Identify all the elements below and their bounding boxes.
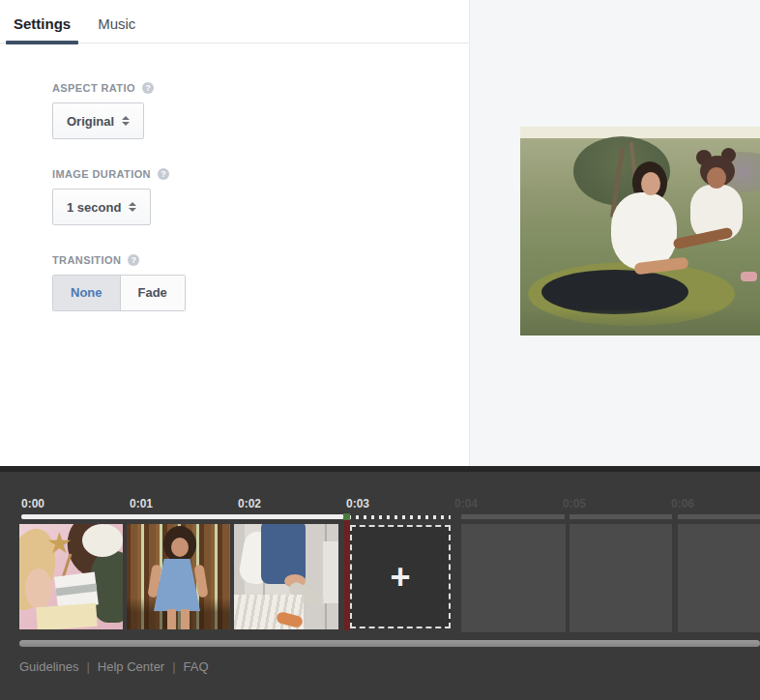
playhead-handle[interactable] [343, 513, 350, 520]
time-marker-003: 0:03 [346, 497, 369, 510]
thumb3-chair-back [323, 541, 338, 603]
time-marker-005: 0:05 [563, 497, 586, 510]
photo-girl1-dress [611, 192, 677, 270]
link-guidelines[interactable]: Guidelines [19, 659, 78, 674]
playhead-line[interactable] [344, 520, 349, 630]
clip-thumbnail-3[interactable] [234, 524, 338, 629]
preview-image [520, 127, 760, 335]
thumb2-face [171, 538, 189, 557]
footer-links: Guidelines|Help Center|FAQ [19, 659, 209, 674]
time-marker-000: 0:00 [21, 497, 44, 510]
clip-thumbnail-2[interactable] [127, 524, 230, 629]
tab-settings[interactable]: Settings [6, 6, 78, 43]
thumb1-white-shoulder [82, 524, 123, 557]
thumb2-leg [167, 609, 176, 629]
duration-track-filled [21, 514, 344, 519]
help-icon[interactable] [128, 254, 139, 266]
clip-thumbnail-1[interactable]: ★ [19, 524, 123, 629]
thumb2-leg [181, 609, 190, 629]
time-marker-001: 0:01 [130, 497, 153, 510]
image-duration-field: IMAGE DURATION 1 second [52, 168, 469, 225]
image-duration-label: IMAGE DURATION [52, 168, 151, 180]
photo-girl1-face [641, 172, 660, 195]
sort-arrows-icon [122, 116, 130, 126]
time-marker-006: 0:06 [671, 497, 694, 510]
plus-icon: + [390, 560, 410, 595]
thumb1-arm [25, 569, 52, 609]
aspect-ratio-label: ASPECT RATIO [52, 82, 135, 94]
transition-field: TRANSITION None Fade [52, 254, 469, 311]
time-marker-004: 0:04 [454, 497, 478, 510]
timeline: 0:00 0:01 0:02 0:03 0:04 0:05 0:06 ★ [0, 466, 760, 700]
photo-girl2-face [707, 167, 726, 189]
link-help-center[interactable]: Help Center [98, 659, 164, 674]
help-icon[interactable] [158, 168, 169, 180]
help-icon[interactable] [142, 82, 154, 94]
timeline-top-strip [0, 466, 760, 472]
tabbar: Settings Music [0, 0, 469, 44]
empty-slot [678, 524, 760, 632]
thumb1-star-wand: ★ [46, 526, 73, 560]
empty-slot [461, 524, 566, 632]
photo-sky [520, 127, 760, 138]
transition-label: TRANSITION [52, 254, 121, 266]
aspect-ratio-dropdown[interactable]: Original [52, 102, 144, 139]
aspect-ratio-field: ASPECT RATIO Original [52, 82, 469, 139]
thumb1-gift-box [36, 603, 98, 629]
link-faq[interactable]: FAQ [184, 659, 209, 674]
footer-separator: | [86, 659, 89, 674]
sort-arrows-icon [129, 202, 136, 212]
preview-stage [469, 0, 760, 466]
photo-grass-foreground [520, 308, 760, 335]
photo-girl2-sandal [741, 272, 757, 281]
image-duration-value: 1 second [67, 200, 121, 215]
time-marker-002: 0:02 [238, 497, 261, 510]
duration-track-empty [570, 514, 672, 519]
tab-music[interactable]: Music [90, 6, 143, 43]
aspect-ratio-value: Original [67, 114, 114, 129]
transition-option-fade[interactable]: Fade [121, 276, 185, 310]
transition-option-none[interactable]: None [53, 276, 121, 310]
settings-body: ASPECT RATIO Original IMAGE DURATION 1 s… [0, 44, 469, 311]
duration-track-pending [348, 515, 451, 519]
image-duration-dropdown[interactable]: 1 second [52, 189, 151, 225]
settings-panel: Settings Music ASPECT RATIO Original IMA… [0, 0, 469, 466]
footer-separator: | [172, 659, 175, 674]
transition-options: None Fade [52, 275, 186, 311]
empty-slot [570, 524, 672, 632]
duration-track-empty [461, 514, 565, 519]
timeline-scrollbar[interactable] [19, 640, 760, 647]
add-photo-button[interactable]: + [350, 525, 451, 628]
duration-track-empty [678, 514, 760, 519]
